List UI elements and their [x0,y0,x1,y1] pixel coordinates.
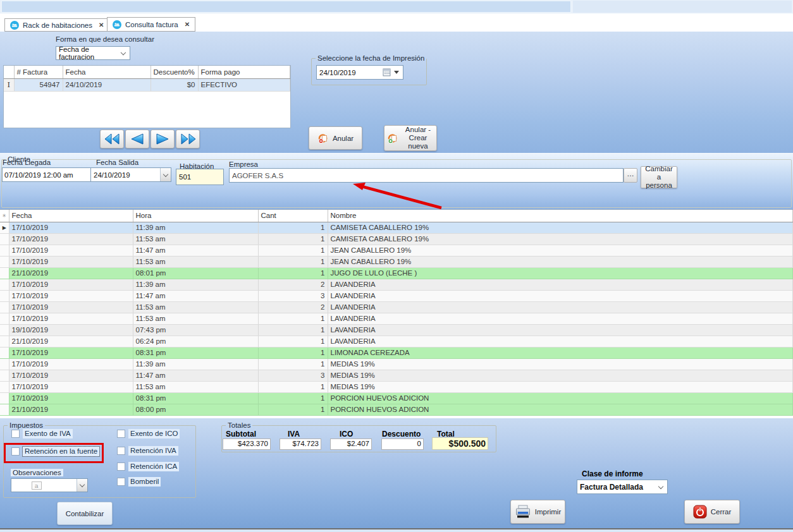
table-row[interactable]: 17/10/201911:47 am3LAVANDERIA [0,290,793,301]
print-date-group-label: Seleccione la fecha de Impresión [316,54,426,62]
observaciones-label: Observaciones [11,469,63,476]
ellipsis-icon: … [627,170,634,178]
row-selector [0,256,9,267]
table-row[interactable]: 21/10/201908:00 pm1PORCION HUEVOS ADICIO… [0,404,793,415]
column-header-descuento[interactable]: Descuento% [151,66,198,78]
table-row[interactable]: I5494724/10/2019$0EFECTIVO [4,78,290,91]
checkbox-box[interactable] [117,478,125,486]
cell-hora: 08:01 pm [133,267,258,279]
first-record-button[interactable] [100,130,124,148]
tab-rack-de-habitaciones[interactable]: Rack de habitaciones ✕ [4,18,109,32]
column-header-fecha[interactable]: Fecha [63,66,151,78]
anular-button[interactable]: Anular [309,126,362,150]
query-mode-label: Forma en que desea consultar [56,35,154,43]
descuento-label: Descuento [382,430,421,438]
cell-cant: 1 [258,313,328,324]
cerrar-label: Cerrar [711,508,732,516]
query-mode-select[interactable]: Fecha de facturacion [56,46,130,60]
next-record-button[interactable] [151,130,175,148]
checkbox-box[interactable] [117,430,125,438]
dropdown-button[interactable] [77,479,87,492]
column-header-factura[interactable]: # Factura [14,66,63,78]
checkbox-label: Retención IVA [128,446,178,456]
totales-group-label: Totales [226,421,252,429]
column-header-cant[interactable]: Cant [258,210,328,222]
close-icon[interactable]: ✕ [185,21,190,28]
row-selector [0,324,9,336]
cell-nombre: LIMONADA CEREZADA [328,347,793,358]
table-row[interactable]: 19/10/201907:43 pm1LAVANDERIA [0,324,793,336]
descuento-value[interactable]: 0 [381,438,424,450]
cell-hora: 11:53 am [133,233,258,245]
column-header-fecha[interactable]: Fecha [9,210,133,222]
ico-value[interactable]: $2.407 [330,438,372,450]
cell-cant: 2 [258,279,328,290]
column-header-forma-pago[interactable]: Forma pago [198,66,290,78]
cell-cant: 1 [258,347,328,358]
window-bottom-strip [0,529,793,532]
table-row[interactable]: 17/10/201911:53 am1CAMISETA CABALLERO 19… [0,233,793,245]
close-icon[interactable]: ✕ [99,21,104,28]
fecha-salida-picker[interactable]: 24/10/2019 [90,167,171,182]
checkbox-box[interactable] [117,462,125,471]
iva-value[interactable]: $74.723 [280,438,321,450]
empresa-browse-button[interactable]: … [624,168,637,183]
anular-crear-nueva-button[interactable]: Anular - Crear nueva [384,125,437,151]
dropdown-button[interactable] [160,168,171,181]
table-row[interactable]: 17/10/201911:47 am1JEAN CABALLERO 19% [0,245,793,256]
last-record-button[interactable] [176,130,200,148]
column-header-hora[interactable]: Hora [133,210,258,222]
checkbox-bomberil[interactable]: Bomberil [117,477,161,487]
impuestos-group-label: Impuestos [8,421,45,429]
chevron-down-icon [394,71,399,74]
table-row[interactable]: 17/10/201911:39 am2LAVANDERIA [0,279,793,290]
cell-descuento: $0 [151,78,198,91]
checkbox-label: Exento de IVA [23,429,73,438]
iva-label: IVA [288,430,300,438]
print-date-picker[interactable]: 24/10/2019 [316,65,403,80]
tab-consulta-factura[interactable]: Consulta factura ✕ [107,17,195,32]
cell-hora: 08:00 pm [133,404,258,415]
checkbox-retencion-iva[interactable]: Retención IVA [117,446,178,456]
row-selector [0,245,9,256]
first-icon [104,133,121,145]
table-row[interactable]: 21/10/201906:24 pm1LAVANDERIA [0,336,793,347]
cerrar-button[interactable]: Cerrar [684,500,740,524]
cambiar-a-persona-button[interactable]: Cambiar a persona [641,166,677,188]
row-selector [0,392,9,404]
table-row[interactable]: 17/10/201911:53 am2LAVANDERIA [0,301,793,313]
table-row[interactable]: 21/10/201908:01 pm1JUGO DE LULO (LECHE ) [0,267,793,279]
checkbox-retencion-ica[interactable]: Retención ICA [117,462,179,471]
table-row[interactable]: 17/10/201911:53 am1MEDIAS 19% [0,381,793,392]
imprimir-button[interactable]: Imprimir [510,500,565,524]
cell-cant: 1 [258,267,328,279]
cell-hora: 11:39 am [133,222,258,233]
anular-icon [317,133,329,144]
power-icon [693,505,707,519]
checkbox-exento-de-ico[interactable]: Exento de ICO [117,429,180,438]
table-row[interactable]: ▶17/10/201911:39 am1CAMISETA CABALLERO 1… [0,222,793,233]
selector-column-header [4,66,14,78]
table-row[interactable]: 17/10/201908:31 pm1LIMONADA CEREZADA [0,347,793,358]
empresa-input[interactable]: AGOFER S.A.S [229,168,624,183]
checkbox-label: Retención ICA [128,462,179,471]
checkbox-box[interactable] [11,430,20,438]
checkbox-box[interactable] [117,447,125,455]
checkbox-exento-de-iva[interactable]: Exento de IVA [11,429,73,438]
selector-column-header: ✳ [0,210,9,222]
table-row[interactable]: 17/10/201911:47 am3MEDIAS 19% [0,370,793,381]
previous-record-button[interactable] [125,130,149,148]
fecha-llegada-label: Fecha Llegada [3,159,51,166]
observaciones-select[interactable]: a [11,478,88,492]
table-row[interactable]: 17/10/201911:53 am1LAVANDERIA [0,313,793,324]
table-row[interactable]: 17/10/201908:31 pm1PORCION HUEVOS ADICIO… [0,392,793,404]
table-row[interactable]: 17/10/201911:53 am1JEAN CABALLERO 19% [0,256,793,267]
table-row[interactable]: 17/10/201911:39 am1MEDIAS 19% [0,358,793,370]
column-header-nombre[interactable]: Nombre [328,210,793,222]
habitacion-input[interactable]: 501 [176,169,224,185]
clase-de-informe-select[interactable]: Factura Detallada [577,480,668,494]
subtotal-value[interactable]: $423.370 [223,438,271,450]
clase-de-informe-label: Clase de informe [582,469,643,478]
cell-nombre: MEDIAS 19% [328,381,793,392]
contabilizar-button[interactable]: Contabilizar [57,502,113,525]
